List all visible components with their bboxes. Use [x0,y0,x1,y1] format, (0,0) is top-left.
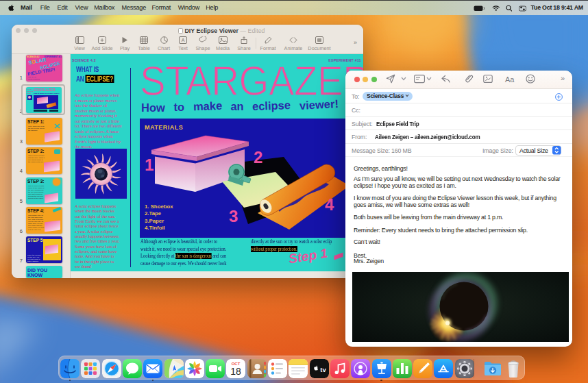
svg-text:1: 1 [145,156,154,174]
svg-text:3: 3 [229,207,238,225]
svg-text:2: 2 [254,148,262,166]
svg-text:18: 18 [231,366,242,377]
svg-text:4: 4 [325,195,334,214]
svg-text:A: A [182,38,185,42]
svg-text:OCT: OCT [232,361,241,365]
svg-text:tv: tv [320,366,326,373]
